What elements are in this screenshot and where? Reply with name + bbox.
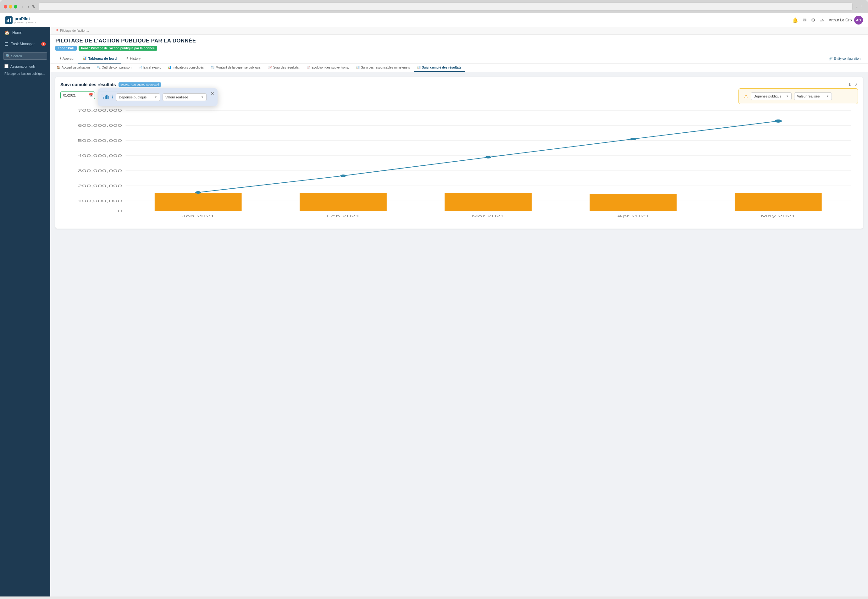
- sidebar-item-taskmanager[interactable]: ☰ Task Manager 1: [0, 38, 50, 50]
- subtab-suivi-responsables[interactable]: 📊 Suivi des responsables ministériels: [353, 64, 413, 72]
- svg-rect-1: [8, 19, 9, 22]
- svg-rect-4: [105, 96, 106, 99]
- svg-text:Jan 2021: Jan 2021: [182, 214, 214, 218]
- tableaux-label: Tableaux de bord: [88, 57, 117, 60]
- history-label: History: [130, 57, 140, 60]
- download-icon[interactable]: ↓: [856, 4, 858, 9]
- svg-text:600,000,000: 600,000,000: [78, 123, 122, 127]
- orange-warning-area: ⚠ Dépense publique ▼ Valeur realisée ▼: [739, 88, 858, 104]
- sidebar-item-pilotage[interactable]: Pilotage de l'action publique pa...: [0, 70, 50, 77]
- suivi-resultats-label: Suivi des résultats.: [273, 66, 299, 69]
- montant-icon: 📉: [211, 66, 214, 69]
- settings-icon[interactable]: ⚙: [811, 17, 815, 23]
- popup-close-button[interactable]: ✕: [211, 91, 214, 96]
- excel-icon: 📄: [138, 66, 142, 69]
- popup-info-icon: ℹ: [112, 95, 113, 99]
- logo-text-block: proPilot powered by IFARIS: [15, 17, 36, 24]
- pilotage-label: Pilotage de l'action publique pa...: [5, 72, 46, 75]
- user-name: Arthur Le Grix: [829, 18, 852, 22]
- svg-text:Feb 2021: Feb 2021: [326, 214, 360, 218]
- outil-icon: 🔍: [97, 66, 101, 69]
- logo-icon: [5, 17, 13, 24]
- bar-may: [735, 193, 822, 211]
- external-link-button[interactable]: ↗: [854, 82, 858, 87]
- orange-dropdown1[interactable]: Dépense publique ▼: [751, 92, 791, 100]
- location-icon: 📍: [55, 29, 59, 32]
- subtab-excel-export[interactable]: 📄 Excel export: [135, 64, 164, 72]
- dot-green[interactable]: [14, 5, 17, 9]
- page-title: PILOTAGE DE L'ACTION PUBLIQUE PAR LA DON…: [55, 38, 863, 44]
- orange-dropdown2[interactable]: Valeur realisée ▼: [794, 92, 832, 100]
- popup-dropdown1[interactable]: Dépense publique ▼: [116, 93, 160, 101]
- back-button[interactable]: ‹: [20, 3, 24, 10]
- tag-code: code : PAP: [55, 46, 77, 51]
- subtab-outil-comparaison[interactable]: 🔍 Outil de comparaison: [94, 64, 135, 72]
- bar-mar: [445, 193, 532, 211]
- mail-icon[interactable]: ✉: [803, 17, 807, 23]
- controls-row: 📅 📅 ✕: [60, 92, 858, 99]
- forward-button[interactable]: ›: [26, 3, 30, 10]
- more-icon[interactable]: ⋮: [860, 4, 864, 9]
- chevron-down-icon2: ▼: [201, 96, 204, 99]
- dot-red[interactable]: [4, 5, 7, 9]
- responsables-icon: 📊: [356, 66, 360, 69]
- popup-dropdown2[interactable]: Valeur réalisée ▼: [162, 93, 206, 101]
- excel-label: Excel export: [143, 66, 161, 69]
- bell-icon[interactable]: 🔔: [792, 17, 798, 23]
- home-icon: 🏠: [5, 30, 10, 35]
- search-icon: 🔍: [6, 54, 11, 58]
- montant-label: Montant de la dépense publique.: [216, 66, 261, 69]
- tableaux-icon: 📊: [82, 56, 87, 60]
- entity-config-button[interactable]: 🔗 Entity configuration: [826, 56, 863, 62]
- subtab-accueil-viz[interactable]: 🏠 Accueil visualisation: [53, 64, 93, 72]
- url-bar[interactable]: [39, 3, 853, 11]
- subtab-montant-depense[interactable]: 📉 Montant de la dépense publique.: [208, 64, 265, 72]
- assignation-checkbox[interactable]: [5, 64, 9, 68]
- point-may: [775, 119, 782, 123]
- language-selector[interactable]: EN: [820, 18, 824, 22]
- orange-chevron2: ▼: [826, 95, 829, 98]
- subtab-evolution-subventions[interactable]: 📈 Evolution des subventions.: [303, 64, 352, 72]
- accueil-viz-icon: 🏠: [57, 66, 60, 69]
- date-from-wrapper: 📅: [60, 92, 95, 99]
- accueil-viz-label: Accueil visualisation: [62, 66, 90, 69]
- sidebar-label-home: Home: [12, 30, 22, 35]
- sidebar-label-taskmanager: Task Manager: [11, 42, 35, 46]
- tab-apercu[interactable]: ℹ Aperçu: [55, 54, 78, 63]
- assignation-label: Assignation only: [11, 65, 36, 68]
- outil-label: Outil de comparaison: [102, 66, 132, 69]
- bar-feb: [299, 193, 387, 211]
- svg-text:Apr 2021: Apr 2021: [617, 214, 650, 218]
- dot-yellow[interactable]: [9, 5, 12, 9]
- source-badge: Source: Aggregated Scorecard: [119, 83, 161, 87]
- user-menu[interactable]: Arthur Le Grix AG: [829, 16, 863, 24]
- subtab-indicateurs[interactable]: 📊 Indicateurs consolidés: [164, 64, 207, 72]
- logo-sub: powered by IFARIS: [15, 21, 36, 24]
- browser-nav: ‹ › ↻: [20, 3, 36, 10]
- dashboard-area: Suivi cumulé des résultats Source: Aggre…: [50, 72, 868, 596]
- page-tags: code : PAP bord : Pilotage de l'action p…: [55, 46, 863, 51]
- sidebar-item-home[interactable]: 🏠 Home: [0, 27, 50, 38]
- svg-rect-3: [103, 97, 104, 99]
- point-feb: [340, 175, 346, 177]
- svg-text:0: 0: [117, 209, 122, 213]
- sidebar-assignation-filter[interactable]: Assignation only: [0, 62, 50, 70]
- subtab-suivi-cumule[interactable]: 📊 Suivi cumulé des résultats: [414, 64, 465, 72]
- point-jan: [195, 191, 201, 194]
- chart-title-area: Suivi cumulé des résultats Source: Aggre…: [60, 82, 161, 87]
- subtab-suivi-resultats[interactable]: 📈 Suivi des résultats.: [265, 64, 303, 72]
- tab-tableaux-bord[interactable]: 📊 Tableaux de bord: [78, 54, 121, 63]
- chart-svg: 700,000,000 600,000,000 500,000,000 400,…: [60, 104, 858, 224]
- cumule-icon: 📊: [417, 66, 421, 69]
- refresh-button[interactable]: ↻: [32, 3, 36, 10]
- tag-breadcrumb: bord : Pilotage de l'action publique par…: [78, 46, 157, 51]
- download-button[interactable]: ⬇: [848, 82, 851, 87]
- taskmanager-badge: 1: [41, 42, 46, 46]
- apercu-icon: ℹ: [60, 56, 61, 60]
- app-container: proPilot powered by IFARIS 🔔 ✉ ⚙ EN Arth…: [0, 13, 868, 596]
- svg-text:400,000,000: 400,000,000: [78, 154, 122, 158]
- date-from-input[interactable]: [60, 92, 95, 99]
- svg-rect-2: [10, 18, 11, 22]
- tab-history[interactable]: ↺ History: [121, 54, 145, 63]
- svg-text:Mar 2021: Mar 2021: [471, 214, 505, 218]
